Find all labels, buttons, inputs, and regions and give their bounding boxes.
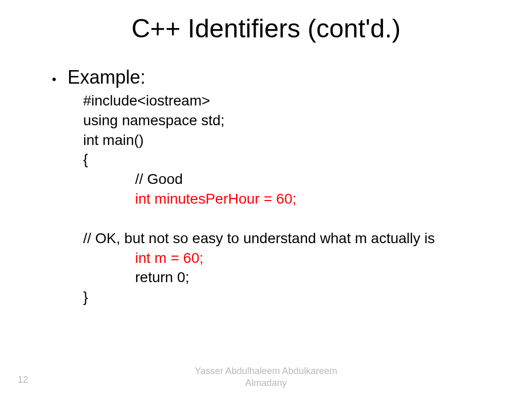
code-line-highlight: int minutesPerHour = 60; [52, 189, 494, 209]
footer-author: Yasser Abdulhaleem Abdulkareem Almadany [0, 365, 532, 389]
code-comment: // Good [52, 169, 494, 189]
slide: C++ Identifiers (cont'd.) • Example: #in… [0, 0, 532, 399]
code-line: using namespace std; [52, 111, 494, 130]
author-line-2: Almadany [0, 377, 532, 389]
code-line: #include<iostream> [52, 91, 494, 111]
code-line: int main() [52, 130, 494, 150]
code-comment: // OK, but not so easy to understand wha… [52, 229, 494, 248]
bullet-item: • Example: [52, 66, 494, 89]
author-line-1: Yasser Abdulhaleem Abdulkareem [0, 365, 532, 377]
page-number: 12 [18, 375, 28, 385]
bullet-label: Example: [68, 66, 145, 88]
blank-line [52, 209, 494, 229]
code-line-highlight: int m = 60; [52, 248, 494, 268]
code-block: #include<iostream> using namespace std; … [52, 91, 494, 307]
code-line: } [52, 287, 494, 307]
code-line: return 0; [52, 268, 494, 287]
code-line: { [52, 150, 494, 169]
bullet-dot-icon: • [52, 68, 68, 89]
slide-title: C++ Identifiers (cont'd.) [0, 14, 532, 44]
slide-body: • Example: #include<iostream> using name… [52, 66, 494, 307]
